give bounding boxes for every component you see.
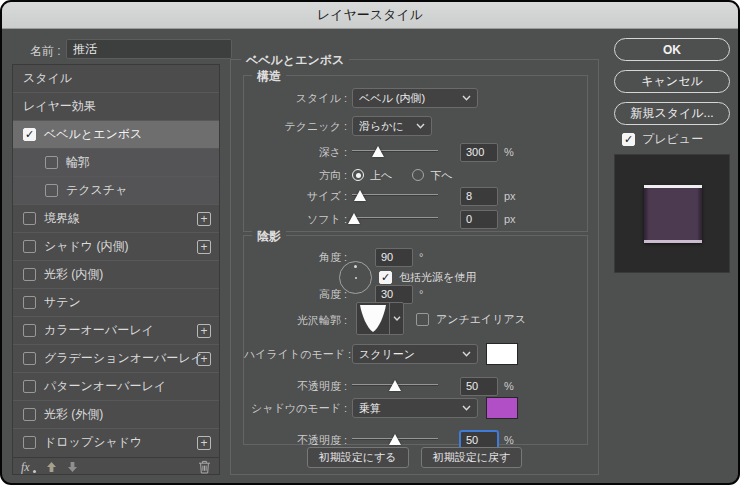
size-input[interactable] <box>460 187 498 206</box>
checkbox-unchecked[interactable] <box>45 156 58 169</box>
checkbox-unchecked[interactable] <box>23 352 36 365</box>
shadow-opacity-slider-thumb[interactable] <box>389 434 401 445</box>
altitude-unit: ° <box>419 288 423 300</box>
highlight-opacity-slider-thumb[interactable] <box>389 380 401 391</box>
size-slider[interactable] <box>352 189 438 203</box>
add-effect-icon[interactable]: + <box>197 436 211 450</box>
chevron-down-icon <box>393 316 401 321</box>
depth-input[interactable] <box>460 143 498 162</box>
size-slider-thumb[interactable] <box>354 190 366 201</box>
antialias-checkbox[interactable] <box>416 313 429 326</box>
shadow-opacity-unit: % <box>504 434 514 446</box>
shadow-mode-label: シャドウのモード : <box>244 401 352 416</box>
gloss-contour-dropdown[interactable] <box>389 303 403 334</box>
delete-effect-icon[interactable] <box>198 460 211 474</box>
highlight-mode-select[interactable]: スクリーン <box>352 344 478 364</box>
ok-button[interactable]: OK <box>614 38 730 61</box>
sidebar-item-inner-glow[interactable]: 光彩 (内側) <box>13 261 219 289</box>
chevron-down-icon <box>416 123 425 129</box>
add-effect-icon[interactable]: + <box>197 240 211 254</box>
checkbox-unchecked[interactable] <box>23 324 36 337</box>
bevel-emboss-panel: ベベルとエンボス 構造 スタイル : ベベル (内側) テクニック : 滑らかに… <box>230 59 599 475</box>
sidebar-item-label: ドロップシャドウ <box>44 434 142 451</box>
checkbox-unchecked[interactable] <box>23 212 36 225</box>
sidebar-item-outer-glow[interactable]: 光彩 (外側) <box>13 401 219 429</box>
shadow-color-swatch[interactable] <box>486 397 518 419</box>
soften-input[interactable] <box>460 210 498 229</box>
cancel-button[interactable]: キャンセル <box>614 70 730 93</box>
checkbox-unchecked[interactable] <box>23 408 36 421</box>
sidebar-item-texture[interactable]: テクスチャ <box>13 177 219 205</box>
direction-down-radio[interactable] <box>412 169 424 181</box>
gloss-contour-thumbnail-icon[interactable] <box>357 303 389 334</box>
style-select[interactable]: ベベル (内側) <box>352 88 478 108</box>
checkbox-unchecked[interactable] <box>23 296 36 309</box>
sidebar-item-color-overlay[interactable]: カラーオーバーレイ + <box>13 317 219 345</box>
structure-group: 構造 スタイル : ベベル (内側) テクニック : 滑らかに 深さ : <box>243 75 588 232</box>
sidebar-item-pattern-overlay[interactable]: パターンオーバーレイ <box>13 373 219 401</box>
sidebar-item-stroke[interactable]: 境界線 + <box>13 205 219 233</box>
shadow-mode-select[interactable]: 乗算 <box>352 398 478 418</box>
move-effect-down-icon[interactable] <box>67 461 78 473</box>
checkbox-unchecked[interactable] <box>23 268 36 281</box>
make-default-button[interactable]: 初期設定にする <box>307 447 409 468</box>
sidebar-item-gradient-overlay[interactable]: グラデーションオーバーレイ + <box>13 345 219 373</box>
highlight-color-swatch[interactable] <box>486 343 518 365</box>
name-input[interactable] <box>66 39 232 59</box>
shadow-opacity-slider[interactable] <box>352 433 438 447</box>
move-effect-up-icon[interactable] <box>46 461 57 473</box>
soften-unit: px <box>504 213 516 225</box>
style-preview-thumbnail <box>614 154 730 273</box>
depth-slider-thumb[interactable] <box>372 146 384 157</box>
sidebar-item-bevel-emboss[interactable]: ✓ ベベルとエンボス <box>13 121 219 149</box>
highlight-mode-label: ハイライトのモード : <box>244 347 352 362</box>
global-light-checkbox[interactable]: ✓ <box>379 271 392 284</box>
sidebar-item-styles[interactable]: スタイル <box>13 65 219 93</box>
fx-menu-button[interactable]: fx <box>21 460 30 475</box>
sidebar-item-layer-effects[interactable]: レイヤー効果 <box>13 93 219 121</box>
soften-slider-thumb[interactable] <box>348 213 360 224</box>
angle-dial-indicator[interactable] <box>354 265 357 268</box>
antialias-row[interactable]: アンチエイリアス <box>416 312 526 327</box>
sidebar-item-label: 輪郭 <box>66 154 90 171</box>
reset-default-button[interactable]: 初期設定に戻す <box>421 447 523 468</box>
panel-footer-buttons: 初期設定にする 初期設定に戻す <box>231 447 598 469</box>
sidebar-item-satin[interactable]: サテン <box>13 289 219 317</box>
sidebar-item-drop-shadow[interactable]: ドロップシャドウ + <box>13 429 219 457</box>
soften-slider[interactable] <box>352 212 438 226</box>
add-effect-icon[interactable]: + <box>197 212 211 226</box>
soften-slider-track[interactable] <box>352 217 438 219</box>
add-effect-icon[interactable]: + <box>197 324 211 338</box>
checkbox-unchecked[interactable] <box>23 380 36 393</box>
technique-select-value: 滑らかに <box>359 119 410 134</box>
highlight-mode-value: スクリーン <box>359 347 456 362</box>
angle-input[interactable] <box>375 248 413 267</box>
checkbox-unchecked[interactable] <box>45 184 58 197</box>
depth-slider-track[interactable] <box>352 150 438 152</box>
sidebar-item-label: 光彩 (内側) <box>44 266 103 283</box>
titlebar[interactable]: レイヤースタイル <box>2 2 738 29</box>
gloss-contour-picker[interactable] <box>356 302 404 335</box>
direction-up-radio[interactable] <box>352 169 364 181</box>
global-light-row[interactable]: ✓ 包括光源を使用 <box>379 270 476 285</box>
add-effect-icon[interactable]: + <box>197 352 211 366</box>
sidebar-item-contour[interactable]: 輪郭 <box>13 149 219 177</box>
checkbox-unchecked[interactable] <box>23 240 36 253</box>
preview-checkbox[interactable]: ✓ <box>622 133 635 146</box>
chevron-down-icon <box>462 351 471 357</box>
highlight-opacity-input[interactable] <box>460 377 498 396</box>
technique-select[interactable]: 滑らかに <box>352 116 432 136</box>
size-label: サイズ : <box>244 189 352 204</box>
sidebar-item-inner-shadow[interactable]: シャドウ (内側) + <box>13 233 219 261</box>
new-style-button[interactable]: 新規スタイル... <box>614 102 730 125</box>
size-unit: px <box>504 190 516 202</box>
chevron-down-icon <box>462 95 471 101</box>
altitude-input[interactable] <box>375 285 413 304</box>
depth-slider[interactable] <box>352 145 438 159</box>
soften-label: ソフト : <box>244 212 352 227</box>
highlight-opacity-slider[interactable] <box>352 379 438 393</box>
checkbox-unchecked[interactable] <box>23 436 36 449</box>
checkbox-checked-icon[interactable]: ✓ <box>23 128 36 141</box>
preview-toggle-row[interactable]: ✓ プレビュー <box>622 131 703 148</box>
sidebar-item-label: カラーオーバーレイ <box>44 322 154 339</box>
